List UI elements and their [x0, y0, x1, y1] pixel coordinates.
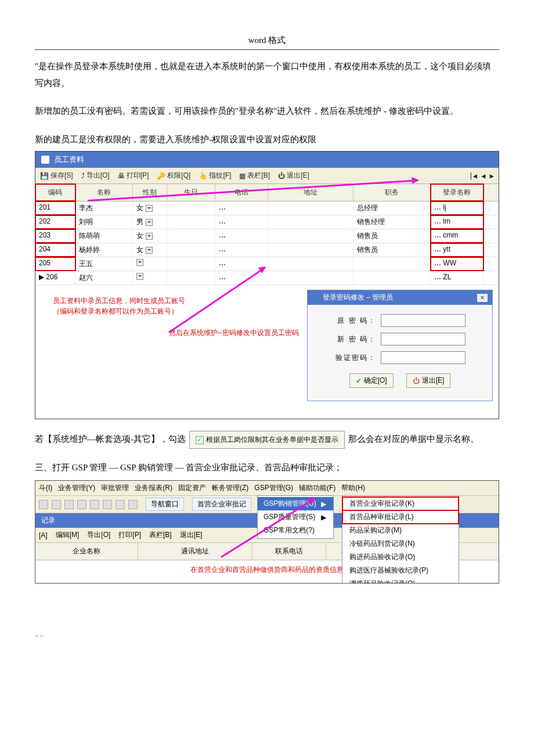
toolbar-button[interactable]: [A]: [39, 531, 48, 539]
dlg-exit-button[interactable]: ⏻退出[E]: [406, 373, 451, 388]
submenu-item[interactable]: 首营品种审批记录(L): [342, 510, 459, 524]
submenu-item[interactable]: 首营企业审批记录(K): [342, 497, 459, 510]
cell-addr: [268, 201, 353, 215]
submenu-item[interactable]: 冷链药品到货记录(N): [342, 537, 459, 550]
toolbar: 💾保存[S] ⤴导出[O] 🖶打印[P] 🔑权限[Q] 👆指纹[F] ▦表栏[B…: [35, 168, 499, 184]
toolbar-icon[interactable]: [103, 500, 112, 509]
menu-item[interactable]: GSP管理(G): [254, 483, 293, 493]
cell-name: 李杰: [75, 201, 133, 215]
cell-addr: [268, 229, 353, 243]
column-header[interactable]: 联系电话: [252, 543, 326, 560]
paragraph-1: "是在操作员登录本系统时使用，也就是在进入本系统时的第一个窗口中使用，有权使用本…: [35, 58, 499, 91]
toolbar-button[interactable]: 编辑[M]: [56, 530, 80, 540]
cell-birth: [167, 215, 215, 229]
menu-item[interactable]: 辅助功能(F): [299, 483, 335, 493]
cell-sex[interactable]: [133, 271, 167, 285]
verify-pw-input[interactable]: [381, 351, 466, 364]
toolbar-icon[interactable]: [52, 500, 61, 509]
table-row[interactable]: ▶ 206赵六…… ZL: [35, 271, 499, 285]
cell-login: … ZL: [431, 271, 484, 285]
column-header[interactable]: 通讯地址: [138, 543, 252, 560]
toolbar-icon[interactable]: [39, 500, 48, 509]
menu-item[interactable]: 业务管理(Y): [58, 483, 95, 493]
cell-name: 陈萌萌: [75, 229, 133, 243]
export-button[interactable]: ⤴导出[O]: [81, 171, 110, 181]
exit-button[interactable]: ⏻退出[E]: [278, 171, 309, 181]
table-row[interactable]: 202刘明男…销售经理… lm: [35, 215, 499, 229]
new-pw-label: 新 密 码：: [334, 334, 376, 344]
chevron-down-icon[interactable]: [146, 219, 153, 226]
perm-button[interactable]: 🔑权限[Q]: [157, 171, 190, 181]
submenu-item[interactable]: 购进医疗器械验收纪录(P): [342, 564, 459, 577]
toolbar-icon[interactable]: [128, 500, 138, 509]
toolbar-icon[interactable]: [77, 500, 86, 509]
col-login[interactable]: 登录名称: [431, 184, 484, 201]
dropdown-item[interactable]: GSP购销管理(G)▶: [258, 497, 333, 510]
menu-item[interactable]: 帮助(H): [341, 483, 365, 493]
toolbar-icon[interactable]: [90, 500, 99, 509]
cols-button[interactable]: ▦表栏[B]: [239, 171, 270, 181]
submenu-item[interactable]: 药品采购记录(M): [342, 524, 459, 537]
cell-sex[interactable]: 女: [133, 243, 167, 257]
save-button[interactable]: 💾保存[S]: [40, 171, 73, 181]
checkbox-option[interactable]: ✓ 根据员工岗位限制其在业务单据中是否显示: [189, 431, 345, 449]
column-header[interactable]: 企业名称: [35, 543, 138, 560]
menu-item[interactable]: 固定资产: [178, 483, 206, 493]
toolbar-icon[interactable]: [64, 500, 74, 509]
nav-window-button[interactable]: 导航窗口: [146, 498, 184, 511]
nav-arrows[interactable]: |◀ ◀ ▶: [469, 172, 494, 180]
cell-sex[interactable]: 女: [133, 229, 167, 243]
chevron-down-icon[interactable]: [136, 273, 143, 280]
annotation-below: 然后在系统维护--密码修改中设置员工密码: [53, 328, 301, 338]
toolbar-button[interactable]: 打印[P]: [118, 530, 141, 540]
cell-addr: [268, 271, 353, 285]
chevron-down-icon[interactable]: [146, 247, 153, 254]
dialog-title: 登录密码修改 – 管理员: [323, 293, 393, 303]
col-job[interactable]: 职务: [353, 184, 431, 201]
cell-login: … lm: [431, 215, 484, 229]
cell-sex[interactable]: 男: [133, 215, 167, 229]
col-id[interactable]: 编码: [35, 184, 75, 201]
old-pw-input[interactable]: [381, 314, 466, 327]
toolbar-button[interactable]: 导出[O]: [87, 530, 110, 540]
cell-id: 201: [35, 201, 75, 215]
table-row[interactable]: 204杨婷婷女…销售员… ytt: [35, 243, 499, 257]
menu-item[interactable]: 审批管理: [101, 483, 129, 493]
submenu-item[interactable]: 购进药品验收记录(O): [342, 550, 459, 564]
cell-sex[interactable]: [133, 257, 167, 271]
menu-item[interactable]: 业务报表(R): [135, 483, 172, 493]
menu-item[interactable]: 斗(I): [39, 483, 52, 493]
check-icon: ✓: [196, 436, 204, 444]
cell-sex[interactable]: 女: [133, 201, 167, 215]
table-row[interactable]: 201李杰女…总经理… lj: [35, 201, 499, 215]
verify-pw-label: 验证密码：: [334, 353, 376, 363]
old-pw-label: 原 密 码：: [334, 316, 376, 326]
finger-button[interactable]: 👆指纹[F]: [199, 171, 231, 181]
ok-button[interactable]: ✔确定[O]: [349, 373, 394, 388]
window-titlebar: 员工资料: [35, 152, 499, 168]
cell-name: 杨婷婷: [75, 243, 133, 257]
chevron-down-icon[interactable]: [136, 259, 143, 266]
toolbar-icon[interactable]: [116, 500, 125, 509]
print-button[interactable]: 🖶打印[P]: [118, 171, 149, 181]
table-row[interactable]: 203陈萌萌女…销售员… cmm: [35, 229, 499, 243]
cell-tel: …: [215, 243, 268, 257]
cell-id: 202: [35, 215, 75, 229]
submenu-item[interactable]: 调拨药品验收记录(Q): [342, 577, 459, 584]
dropdown-item[interactable]: GSP质量管理(S)▶: [258, 510, 333, 524]
cell-id: 203: [35, 229, 75, 243]
cell-addr: [268, 257, 353, 271]
cell-job: 销售经理: [353, 215, 431, 229]
close-icon[interactable]: ×: [477, 294, 488, 302]
chevron-down-icon[interactable]: [146, 233, 153, 240]
menu-item[interactable]: 帐务管理(Z): [212, 483, 248, 493]
toolbar-button[interactable]: 表栏[B]: [149, 530, 172, 540]
cell-login: … cmm: [431, 229, 484, 243]
new-pw-input[interactable]: [381, 333, 466, 345]
toolbar-button[interactable]: 退出[E]: [180, 530, 203, 540]
cell-job: [353, 257, 431, 271]
cell-job: 销售员: [353, 229, 431, 243]
screenshot-gsp-menu: 斗(I)业务管理(Y)审批管理业务报表(R)固定资产帐务管理(Z)GSP管理(G…: [35, 480, 499, 584]
chevron-down-icon[interactable]: [146, 205, 153, 212]
approval-button[interactable]: 首营企业审批记: [192, 498, 251, 511]
